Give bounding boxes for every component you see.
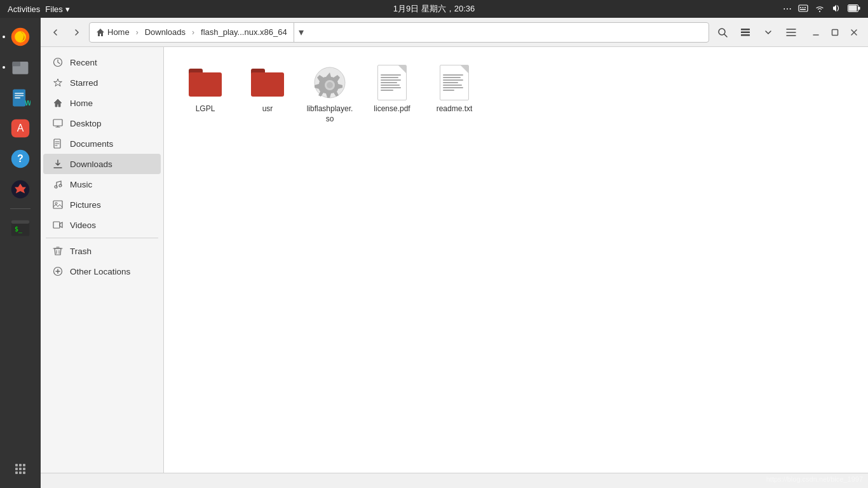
svg-rect-4 bbox=[800, 9, 806, 10]
svg-point-51 bbox=[55, 203, 57, 205]
svg-rect-12 bbox=[13, 62, 20, 65]
folder-icon-usr bbox=[250, 65, 285, 100]
taskbar-terminal[interactable]: $_ bbox=[6, 214, 34, 242]
status-bar bbox=[41, 473, 868, 488]
header-actions bbox=[712, 22, 802, 43]
documents-icon bbox=[52, 138, 64, 149]
taskbar-appstore[interactable]: A bbox=[6, 114, 34, 142]
sidebar-label-pictures: Pictures bbox=[70, 200, 101, 210]
svg-rect-29 bbox=[741, 29, 750, 30]
sidebar-label-videos: Videos bbox=[70, 220, 96, 230]
sidebar-item-downloads[interactable]: Downloads bbox=[43, 154, 161, 174]
watermark: https://blog.csdn.net/bice_1997 bbox=[766, 475, 863, 483]
svg-rect-2 bbox=[803, 7, 804, 8]
sidebar-item-recent[interactable]: Recent bbox=[43, 52, 161, 72]
taskbar-kde[interactable] bbox=[6, 175, 34, 203]
battery-icon[interactable] bbox=[848, 4, 860, 14]
svg-text:$_: $_ bbox=[15, 226, 22, 233]
sidebar-item-documents[interactable]: Documents bbox=[43, 133, 161, 154]
file-item-license[interactable]: license.pdf bbox=[363, 60, 421, 129]
sidebar-label-downloads: Downloads bbox=[70, 159, 112, 169]
sidebar-item-music[interactable]: Music bbox=[43, 174, 161, 194]
taskbar-bottom bbox=[6, 455, 34, 488]
svg-text:?: ? bbox=[17, 153, 24, 164]
breadcrumb-bar: Home › Downloads › flash_play...nux.x86_… bbox=[89, 22, 709, 43]
forward-button[interactable] bbox=[67, 23, 86, 42]
star-icon bbox=[52, 77, 64, 88]
keyboard-icon[interactable] bbox=[798, 3, 808, 15]
volume-icon[interactable] bbox=[831, 3, 841, 15]
active-dot-firefox bbox=[3, 36, 5, 38]
menu-button[interactable] bbox=[780, 22, 802, 43]
gear-file-icon bbox=[312, 65, 348, 100]
taskbar-files[interactable] bbox=[6, 53, 34, 81]
system-bar: Activities Files ▾ 1月9日 星期六，20:36 ⋯ bbox=[0, 0, 868, 18]
svg-text:A: A bbox=[17, 123, 24, 133]
file-manager: Home › Downloads › flash_play...nux.x86_… bbox=[41, 18, 868, 488]
taskbar-help[interactable]: ? bbox=[6, 145, 34, 173]
plus-icon bbox=[52, 266, 64, 277]
download-icon bbox=[52, 158, 64, 170]
sidebar-label-documents: Documents bbox=[70, 139, 113, 149]
file-item-libflash[interactable]: libflashplayer.so bbox=[301, 60, 358, 129]
pdf-file-icon bbox=[374, 65, 410, 100]
svg-rect-31 bbox=[741, 34, 750, 36]
view-toggle-button[interactable] bbox=[735, 22, 756, 43]
files-menu-label: Files bbox=[45, 4, 62, 14]
sidebar-label-recent: Recent bbox=[70, 58, 97, 67]
sidebar-item-home[interactable]: Home bbox=[43, 93, 161, 113]
activities-button[interactable]: Activities bbox=[8, 4, 40, 14]
breadcrumb-home-label: Home bbox=[107, 27, 130, 37]
minimize-button[interactable] bbox=[807, 24, 825, 41]
sidebar-item-videos[interactable]: Videos bbox=[43, 215, 161, 235]
taskbar-firefox[interactable] bbox=[6, 23, 34, 51]
header-bar: Home › Downloads › flash_play...nux.x86_… bbox=[41, 18, 868, 47]
sidebar-item-other-locations[interactable]: Other Locations bbox=[43, 261, 161, 281]
svg-rect-16 bbox=[15, 95, 24, 97]
dots-icon[interactable]: ⋯ bbox=[783, 4, 792, 14]
sidebar-label-other-locations: Other Locations bbox=[70, 267, 130, 276]
sidebar-label-music: Music bbox=[70, 180, 92, 189]
system-bar-left: Activities Files ▾ bbox=[8, 4, 70, 14]
folder-icon-lgpl bbox=[187, 65, 223, 100]
sidebar-item-trash[interactable]: Trash bbox=[43, 241, 161, 261]
music-icon bbox=[52, 179, 64, 190]
breadcrumb-downloads[interactable]: Downloads bbox=[139, 23, 192, 42]
file-item-usr[interactable]: usr bbox=[239, 60, 296, 129]
breadcrumb-dropdown[interactable]: ▾ bbox=[294, 23, 309, 42]
videos-icon bbox=[52, 219, 64, 231]
view-mode-dropdown[interactable] bbox=[757, 22, 779, 43]
file-item-lgpl[interactable]: LGPL bbox=[177, 60, 234, 129]
svg-rect-17 bbox=[15, 97, 20, 98]
file-name-license: license.pdf bbox=[374, 104, 410, 114]
maximize-button[interactable] bbox=[826, 24, 844, 41]
svg-rect-40 bbox=[53, 119, 62, 126]
wifi-icon[interactable] bbox=[815, 3, 825, 15]
file-item-readme[interactable]: readme.txt bbox=[426, 60, 483, 129]
search-button[interactable] bbox=[712, 22, 733, 43]
svg-rect-15 bbox=[15, 93, 24, 94]
taskbar: W A ? bbox=[0, 18, 41, 488]
taskbar-grid[interactable] bbox=[6, 455, 34, 483]
svg-line-28 bbox=[724, 34, 727, 37]
sidebar-item-desktop[interactable]: Desktop bbox=[43, 113, 161, 133]
desktop-icon bbox=[52, 118, 64, 129]
svg-rect-1 bbox=[800, 7, 801, 8]
files-menu[interactable]: Files ▾ bbox=[45, 4, 69, 14]
svg-text:W: W bbox=[25, 99, 31, 107]
breadcrumb-home[interactable]: Home bbox=[90, 23, 136, 42]
system-bar-datetime: 1月9日 星期六，20:36 bbox=[393, 3, 475, 15]
sidebar-label-starred: Starred bbox=[70, 78, 98, 88]
file-name-lgpl: LGPL bbox=[196, 104, 215, 114]
taskbar-writer[interactable]: W bbox=[6, 84, 34, 112]
close-button[interactable] bbox=[845, 24, 863, 41]
taskbar-divider bbox=[10, 208, 31, 209]
sidebar-label-trash: Trash bbox=[70, 247, 92, 256]
back-button[interactable] bbox=[46, 23, 65, 42]
file-name-readme: readme.txt bbox=[437, 104, 473, 114]
svg-rect-3 bbox=[804, 7, 806, 8]
breadcrumb-flash[interactable]: flash_play...nux.x86_64 bbox=[194, 23, 294, 42]
sidebar-item-starred[interactable]: Starred bbox=[43, 72, 161, 93]
dropdown-arrow: ▾ bbox=[299, 26, 304, 38]
sidebar-item-pictures[interactable]: Pictures bbox=[43, 194, 161, 215]
